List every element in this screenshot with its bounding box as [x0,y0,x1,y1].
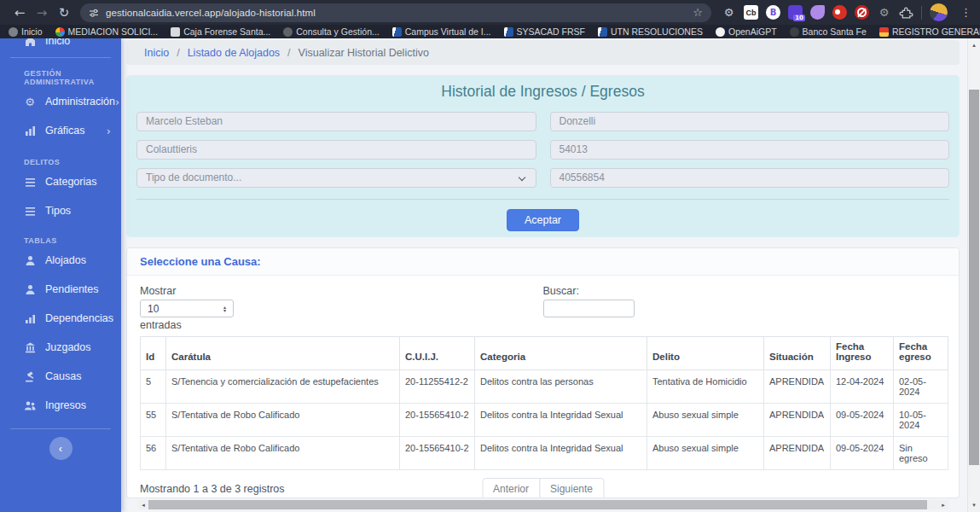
bookmark-label: MEDIACION SOLICI... [68,26,159,37]
sidebar-item-ingresos[interactable]: Ingresos [0,391,121,420]
column-header-fecha-egreso[interactable]: Fecha egreso [894,337,948,370]
breadcrumb: Inicio / Listado de Alojados / Visualiza… [126,40,960,65]
record-number-input[interactable]: 54013 [550,140,950,160]
sidebar-item-label: Causas [45,370,81,382]
extension-red-icon[interactable] [832,5,847,20]
document-type-select[interactable]: Tipo de documento... [136,168,536,188]
extension-gear-icon[interactable]: ⚙ [722,5,736,20]
first-name-input[interactable]: Marcelo Esteban [136,112,536,131]
bookmark-item[interactable]: MEDIACION SOLICI... [55,26,159,37]
scroll-down-icon[interactable]: ▾ [968,502,980,509]
sidebar-item-dependencias[interactable]: Dependencias [0,304,121,333]
breadcrumb-separator: / [287,47,290,59]
column-header-delito[interactable]: Delito [647,337,764,370]
extension-b-icon[interactable]: B [766,5,780,20]
scroll-left-icon[interactable]: ◂ [138,502,148,509]
search-input[interactable] [543,300,635,317]
cell-fecha-ingreso: 12-04-2024 [831,370,894,404]
vertical-scrollbar[interactable]: ▴ ▾ [967,38,980,512]
bookmark-label: Banco Santa Fe [803,26,867,37]
horizontal-scrollbar-thumb[interactable] [148,500,927,509]
sidebar-item-administracion[interactable]: ⚙ Administración › [0,87,121,116]
bookmark-item[interactable]: UTN RESOLUCIONES [598,26,703,37]
bookmark-item[interactable]: REGISTRO GENERAL... [879,26,980,37]
bookmark-item[interactable]: OpenAiGPT [716,26,777,37]
menu-kebab-icon[interactable]: ⋮ [960,6,971,19]
extension-blocker-icon[interactable] [855,5,869,20]
alias-input[interactable]: Colauttieris [136,140,536,160]
url-text: gestionalcaidia.vercel.app/alojado-histo… [106,8,686,18]
scroll-right-icon[interactable]: ▸ [938,502,948,509]
bookmark-favicon [598,27,607,37]
vertical-scrollbar-thumb[interactable] [969,90,979,465]
search-label: Buscar: [543,285,947,297]
sidebar-collapse-button[interactable]: ‹ [49,437,72,460]
last-name-input[interactable]: Donzelli [550,112,950,131]
extension-hat-icon[interactable]: 10 [788,5,803,20]
column-header-caratula[interactable]: Carátula [166,337,400,370]
bookmark-favicon [55,27,65,37]
reload-icon[interactable]: ↻ [53,5,75,20]
forward-icon[interactable]: → [31,5,53,20]
cell-fecha-egreso: Sin egreso [894,437,948,470]
back-icon[interactable]: ← [9,5,31,20]
bookmark-item[interactable]: Consulta y Gestión... [283,26,379,37]
bookmark-item[interactable]: SYSACAD FRSF [504,26,586,37]
page-size-select[interactable]: 10 ▴▾ [140,300,234,317]
extension-feather-icon[interactable] [810,5,825,20]
bookmark-star-icon[interactable]: ☆ [693,6,703,19]
select-causa-link[interactable]: Seleccione una Causa: [140,255,261,268]
breadcrumb-link-listado[interactable]: Listado de Alojados [188,47,280,59]
chart-icon [24,313,36,324]
column-header-cuij[interactable]: C.U.I.J. [400,337,475,370]
sidebar-item-categorias[interactable]: Categorias [0,167,121,196]
bookmark-favicon [392,27,402,37]
list-icon [24,206,36,217]
sidebar-item-pendientes[interactable]: Pendientes [0,275,121,304]
sidebar-item-juzgados[interactable]: Juzgados [0,333,121,362]
extension-colab-icon[interactable]: Cb [744,5,758,20]
sidebar-divider [10,428,111,429]
column-header-situacion[interactable]: Situación [764,337,831,370]
bookmarks-bar: Inicio MEDIACION SOLICI... Caja Forense … [0,25,980,38]
column-header-categoria[interactable]: Categoria [475,337,647,370]
extensions-puzzle-icon[interactable] [899,5,913,20]
sidebar-item-alojados[interactable]: Alojados [0,246,121,275]
profile-avatar[interactable] [930,3,948,21]
accept-button[interactable]: Aceptar [507,209,579,231]
column-header-fecha-ingreso[interactable]: Fecha Ingreso [831,337,894,370]
sidebar-item-tipos[interactable]: Tipos [0,196,121,225]
horizontal-scrollbar[interactable]: ◂ ▸ [138,500,948,509]
cell-fecha-egreso: 02-05-2024 [894,370,948,404]
sidebar-item-inicio[interactable]: Inicio [0,38,121,55]
main-content: Inicio / Listado de Alojados / Visualiza… [121,38,967,512]
bookmark-item[interactable]: Inicio [9,26,43,37]
document-number-input[interactable]: 40556854 [550,168,950,188]
bookmark-item[interactable]: Caja Forense Santa... [171,26,270,37]
address-bar[interactable]: gestionalcaidia.vercel.app/alojado-histo… [80,3,711,22]
sidebar-item-graficas[interactable]: Gráficas › [0,116,121,145]
site-info-icon[interactable] [89,8,99,18]
cell-delito: Abuso sexual simple [647,437,764,470]
breadcrumb-link-inicio[interactable]: Inicio [144,47,169,59]
extension-badge: 10 [793,15,805,21]
table-info: Mostrando 1 a 3 de 3 registros [140,483,285,495]
breadcrumb-separator: / [177,47,179,59]
sidebar-item-label: Administración [45,96,115,108]
scroll-up-icon[interactable]: ▴ [968,42,980,49]
bookmark-item[interactable]: Banco Santa Fe [790,26,867,37]
table-row[interactable]: 55 S/Tentativa de Robo Calificado 20-155… [141,404,948,437]
bookmark-item[interactable]: Campus Virtual de I... [392,26,491,37]
sidebar-item-causas[interactable]: Causas [0,362,121,391]
table-row[interactable]: 5 S/Tenencia y comercialización de estup… [141,370,948,404]
column-header-id[interactable]: Id [141,337,166,370]
cell-cuij: 20-15565410-2 [400,404,475,437]
sidebar-item-label: Categorias [45,176,96,188]
cell-situacion: APRENDIDA [764,437,831,470]
pagination-next-button[interactable]: Siguiente [539,478,604,499]
settings-gear-icon[interactable]: ⚙ [877,5,891,20]
cell-id: 56 [141,437,166,470]
bookmark-favicon [504,27,513,37]
pagination-prev-button[interactable]: Anterior [482,478,540,499]
table-row[interactable]: 56 S/Tentativa de Robo Calificado 20-155… [141,437,948,470]
